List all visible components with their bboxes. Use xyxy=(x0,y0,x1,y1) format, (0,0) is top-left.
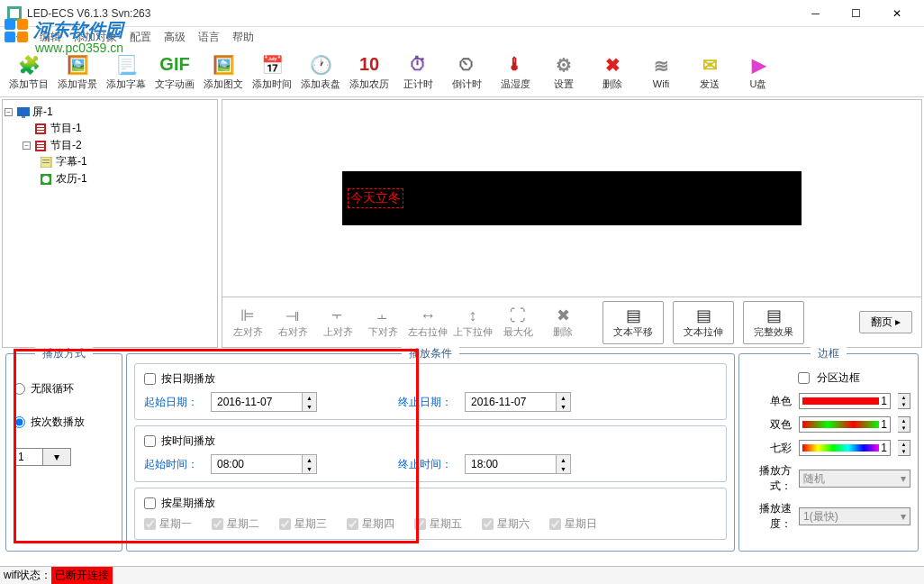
chk-partition-border[interactable] xyxy=(798,372,810,384)
menu-add-object[interactable]: 添加对象 xyxy=(74,30,117,45)
svg-rect-9 xyxy=(37,142,44,144)
toolbar-删除[interactable]: ✖删除 xyxy=(589,49,636,96)
colorful-select[interactable]: 1 xyxy=(799,440,891,456)
border-title: 边框 xyxy=(811,346,847,361)
wifi-status-value: 已断开连接 xyxy=(51,567,113,584)
border-panel: 边框 分区边框 单色1▲▼ 双色1▲▼ 七彩1▲▼ 播放方式：随机 播放速度：1… xyxy=(738,353,919,552)
align-删除[interactable]: ✖删除 xyxy=(541,302,584,343)
label-colorful: 七彩 xyxy=(747,441,792,456)
align-右对齐[interactable]: ⫣右对齐 xyxy=(271,302,314,343)
label-by-week: 按星期播放 xyxy=(161,496,215,511)
tree-screen[interactable]: −屏-1 xyxy=(5,105,215,120)
toolbar-添加节目[interactable]: 🧩添加节目 xyxy=(5,49,52,96)
tree-program-1[interactable]: −节目-1 xyxy=(23,121,215,136)
toolbar-添加时间[interactable]: 📅添加时间 xyxy=(249,49,295,96)
menu-edit[interactable]: 编辑 xyxy=(40,30,61,45)
toolbar-温湿度[interactable]: 🌡温湿度 xyxy=(492,49,539,96)
window-title: LED-ECS V6.1.3 Svn:263 xyxy=(27,7,795,20)
toolbar-文字动画[interactable]: GIF文字动画 xyxy=(151,49,198,96)
tree-lunar-1[interactable]: 农历-1 xyxy=(41,171,215,187)
title-bar: LED-ECS V6.1.3 Svn:263 ─ ☐ ✕ xyxy=(0,0,924,27)
align-下对齐[interactable]: ⫠下对齐 xyxy=(361,302,404,343)
app-icon xyxy=(7,6,22,21)
menu-config[interactable]: 配置 xyxy=(130,30,151,45)
chk-by-time[interactable] xyxy=(144,435,156,447)
toolbar-添加图文[interactable]: 🖼️添加图文 xyxy=(200,49,247,96)
weekday-2[interactable]: 星期三 xyxy=(279,516,327,532)
time-group: 按时间播放 起始时间： 08:00▲▼ 终止时间： 18:00▲▼ xyxy=(134,425,727,482)
play-mode-title: 播放方式 xyxy=(35,346,93,361)
date-group: 按日期播放 起始日期： 2016-11-07▲▼ 终止日期： 2016-11-0… xyxy=(134,363,727,420)
radio-play-count[interactable] xyxy=(14,416,25,428)
select-play-speed[interactable]: 1(最快) xyxy=(799,507,910,525)
wifi-status-label: wifi状态： xyxy=(4,568,51,583)
close-button[interactable]: ✕ xyxy=(876,1,917,26)
weekday-0[interactable]: 星期一 xyxy=(144,516,192,532)
svg-rect-3 xyxy=(22,116,25,118)
menu-file[interactable]: 文件 xyxy=(5,30,27,45)
textop-文本拉伸[interactable]: ▤文本拉伸 xyxy=(673,301,734,344)
preview-canvas[interactable]: 今天立冬 xyxy=(222,100,921,297)
svg-rect-5 xyxy=(37,125,44,127)
weekday-1[interactable]: 星期二 xyxy=(212,516,259,532)
menu-help[interactable]: 帮助 xyxy=(232,30,254,45)
svg-rect-2 xyxy=(17,107,30,116)
label-end-date: 终止日期： xyxy=(398,395,456,410)
svg-rect-14 xyxy=(42,162,50,163)
align-上对齐[interactable]: ⫟上对齐 xyxy=(316,302,359,343)
label-play-count: 按次数播放 xyxy=(31,415,85,430)
page-button[interactable]: 翻页 ▸ xyxy=(859,311,912,333)
align-左右拉伸[interactable]: ↔左右拉伸 xyxy=(406,302,449,343)
toolbar-添加字幕[interactable]: 📃添加字幕 xyxy=(103,49,149,96)
week-group: 按星期播放 星期一 星期二 星期三 星期四 星期五 星期六 星期日 xyxy=(134,488,727,540)
svg-rect-7 xyxy=(37,131,44,132)
menu-language[interactable]: 语言 xyxy=(198,30,220,45)
tree-program-2[interactable]: −节目-2 xyxy=(23,138,215,153)
input-end-time[interactable]: 18:00▲▼ xyxy=(465,454,571,474)
input-start-date[interactable]: 2016-11-07▲▼ xyxy=(211,392,317,412)
label-by-time: 按时间播放 xyxy=(161,433,215,449)
play-count-select[interactable]: 1▾ xyxy=(14,448,71,466)
double-color-select[interactable]: 1 xyxy=(799,416,891,433)
align-上下拉伸[interactable]: ↕上下拉伸 xyxy=(451,302,494,343)
label-partition-border: 分区边框 xyxy=(817,370,860,386)
minimize-button[interactable]: ─ xyxy=(795,1,836,26)
play-condition-title: 播放条件 xyxy=(402,346,459,361)
textop-文本平移[interactable]: ▤文本平移 xyxy=(602,301,664,344)
weekday-4[interactable]: 星期五 xyxy=(414,516,462,532)
weekday-6[interactable]: 星期日 xyxy=(549,516,597,532)
maximize-button[interactable]: ☐ xyxy=(836,1,876,26)
led-preview: 今天立冬 xyxy=(342,171,802,225)
toolbar-添加农历[interactable]: 10添加农历 xyxy=(346,49,393,96)
led-text[interactable]: 今天立冬 xyxy=(348,188,403,208)
input-start-time[interactable]: 08:00▲▼ xyxy=(211,454,317,474)
weekday-3[interactable]: 星期四 xyxy=(347,516,394,532)
toolbar-发送[interactable]: ✉发送 xyxy=(686,49,733,96)
toolbar-U盘[interactable]: ▶U盘 xyxy=(735,49,782,96)
menu-bar: 文件 编辑 添加对象 配置 高级 语言 帮助 xyxy=(0,27,924,47)
toolbar-添加背景[interactable]: 🖼️添加背景 xyxy=(54,49,101,96)
project-tree[interactable]: −屏-1 −节目-1 −节目-2 字幕-1 农历-1 xyxy=(2,99,218,348)
toolbar-正计时[interactable]: ⏱正计时 xyxy=(394,49,441,96)
label-infinite-loop: 无限循环 xyxy=(31,381,74,397)
menu-advanced[interactable]: 高级 xyxy=(164,30,186,45)
tree-subtitle-1[interactable]: 字幕-1 xyxy=(41,154,215,169)
label-double-color: 双色 xyxy=(747,417,792,433)
align-左对齐[interactable]: ⊫左对齐 xyxy=(226,302,269,343)
svg-rect-10 xyxy=(37,145,44,147)
toolbar-倒计时[interactable]: ⏲倒计时 xyxy=(443,49,490,96)
single-color-select[interactable]: 1 xyxy=(799,393,891,409)
radio-infinite-loop[interactable] xyxy=(14,383,25,395)
svg-rect-11 xyxy=(37,148,44,150)
input-end-date[interactable]: 2016-11-07▲▼ xyxy=(465,392,571,412)
chk-by-week[interactable] xyxy=(144,497,156,509)
weekday-5[interactable]: 星期六 xyxy=(482,516,530,532)
label-single-color: 单色 xyxy=(747,394,792,409)
toolbar-Wifi[interactable]: ≋Wifi xyxy=(638,49,684,96)
chk-by-date[interactable] xyxy=(144,373,156,385)
toolbar-添加表盘[interactable]: 🕐添加表盘 xyxy=(297,49,344,96)
align-最大化[interactable]: ⛶最大化 xyxy=(496,302,539,343)
textop-完整效果[interactable]: ▤完整效果 xyxy=(743,301,804,344)
select-play-style[interactable]: 随机 xyxy=(799,470,910,488)
toolbar-设置[interactable]: ⚙设置 xyxy=(540,49,587,96)
